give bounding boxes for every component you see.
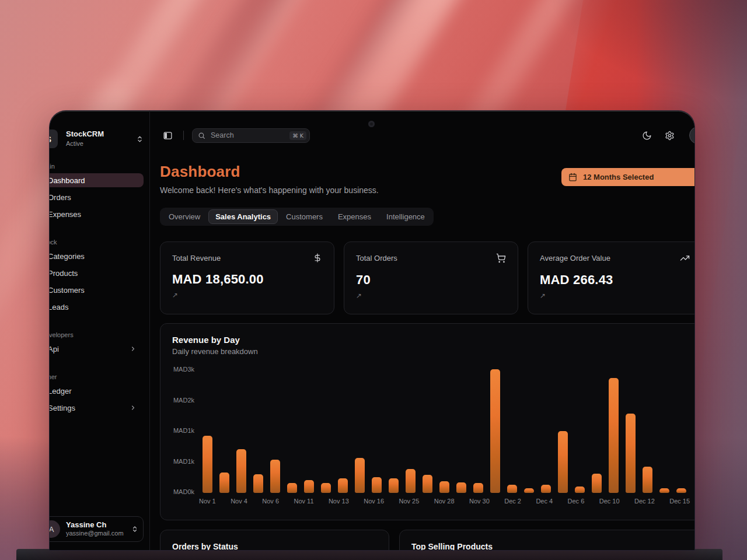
x-tick-label: Dec 2 [504,498,521,505]
average-order-value-card: Average Order Value MAD 266.43 ↗ [528,242,694,314]
gear-icon [665,131,675,141]
revenue-bar[interactable] [439,481,449,493]
date-range-button[interactable]: 12 Months Selected [561,168,694,186]
sidebar-item-ledger[interactable]: Ledger [50,384,144,398]
x-tick-label: Dec 15 [669,498,690,505]
revenue-bar[interactable] [558,431,568,493]
sidebar-item-products[interactable]: Products [50,266,144,280]
workspace-logo: S [50,130,58,148]
tab-sales-analytics[interactable]: Sales Analytics [208,209,278,224]
revenue-bar[interactable] [355,458,365,493]
revenue-bar[interactable] [473,483,483,493]
sidebar-item-categories[interactable]: Categories [50,249,144,263]
tab-overview[interactable]: Overview [162,209,207,224]
x-tick-label: Nov 25 [399,498,419,505]
revenue-bar[interactable] [676,488,686,493]
revenue-bar[interactable] [253,474,263,493]
revenue-by-day-card: Revenue by Day Daily revenue breakdown M… [160,323,694,520]
sidebar-item-api[interactable]: Api [50,342,144,356]
revenue-bar[interactable] [219,473,229,493]
search-input[interactable] [210,131,289,140]
revenue-bar[interactable] [524,488,534,493]
revenue-bar[interactable] [643,467,652,493]
bar-slot [470,483,487,493]
bar-slot [622,414,639,493]
x-tick-label: Nov 1 [199,498,216,505]
revenue-bar[interactable] [541,485,551,493]
bar-slot [385,478,402,493]
revenue-bar[interactable] [659,488,669,493]
bar-slot [537,485,554,493]
sidebar-item-label: Categories [50,252,85,261]
x-tick-label: Nov 6 [262,498,279,505]
tab-customers[interactable]: Customers [279,209,330,224]
revenue-bar[interactable] [575,487,585,493]
search-box[interactable]: ⌘ K [192,128,310,143]
chart-y-axis: MAD3kMAD2kMAD1kMAD1kMAD0k [172,369,199,494]
y-tick-label: MAD1k [173,458,194,465]
x-tick-label [521,498,536,505]
revenue-bar[interactable] [423,475,432,493]
page-title: Dashboard [160,163,379,181]
workspace-switcher[interactable]: S StockCRM Active [50,130,144,148]
x-tick-label [455,498,469,505]
sidebar-toggle-button[interactable] [160,128,175,143]
revenue-bar[interactable] [287,483,297,493]
chart-x-labels: Nov 1Nov 4Nov 6Nov 11Nov 13Nov 16Nov 25N… [199,498,690,505]
x-tick-label: Dec 10 [599,498,620,505]
orders-by-status-card: Orders by Status [160,530,389,550]
revenue-bar[interactable] [304,480,314,493]
revenue-bar[interactable] [626,414,636,493]
revenue-bar[interactable] [609,378,619,493]
keyboard-shortcut-badge: ⌘ K [289,131,306,140]
trending-up-icon [680,253,690,263]
bar-slot [588,474,605,493]
revenue-bar[interactable] [321,483,331,493]
revenue-bar[interactable] [236,449,246,493]
settings-button[interactable] [662,128,677,143]
stockcrm-app: S StockCRM Active Main Dashboard Orders [50,111,694,550]
bar-slot [250,474,267,493]
revenue-bar[interactable] [592,474,602,493]
topbar-avatar[interactable] [689,127,694,144]
card-title: Orders by Status [172,542,377,550]
topbar-divider [183,131,184,140]
total-revenue-card: Total Revenue MAD 18,650.00 ↗ [160,242,334,314]
user-name: Yassine Ch [66,521,124,530]
y-tick-label: MAD0k [173,488,194,495]
cart-icon [496,253,506,263]
stat-label: Total Revenue [172,254,221,262]
bar-slot [334,478,351,493]
revenue-bar[interactable] [507,485,517,493]
revenue-bar[interactable] [389,478,399,493]
webcam-icon [368,121,375,127]
revenue-bar[interactable] [270,460,280,493]
bar-slot [487,369,504,493]
revenue-bar[interactable] [338,478,348,493]
stat-cards: Total Revenue MAD 18,650.00 ↗ Total Orde… [160,242,694,314]
x-tick-label [655,498,669,505]
revenue-bar[interactable] [203,436,212,493]
revenue-bar[interactable] [406,469,416,493]
sidebar-item-orders[interactable]: Orders [50,190,144,204]
dark-mode-toggle-button[interactable] [639,128,654,143]
x-tick-label [247,498,262,505]
tab-expenses[interactable]: Expenses [331,209,378,224]
revenue-bar[interactable] [456,482,466,493]
sidebar-item-leads[interactable]: Leads [50,300,144,314]
user-menu[interactable]: A Yassine Ch yassine@gmail.com [50,516,144,542]
chevron-right-icon [130,345,137,352]
bar-slot [284,483,301,493]
tab-intelligence[interactable]: Intelligence [379,209,432,224]
search-icon [198,132,205,139]
revenue-bar[interactable] [490,369,500,493]
y-tick-label: MAD1k [173,427,194,434]
bar-slot [656,488,673,493]
revenue-bar[interactable] [372,477,382,493]
sidebar-item-settings[interactable]: Settings [50,401,144,415]
sidebar-section-main: Main [50,163,142,170]
sidebar-item-dashboard[interactable]: Dashboard [50,173,144,187]
sidebar-item-expenses[interactable]: Expenses [50,207,144,221]
x-tick-label: Nov 30 [469,498,490,505]
sidebar-item-customers[interactable]: Customers [50,283,144,297]
